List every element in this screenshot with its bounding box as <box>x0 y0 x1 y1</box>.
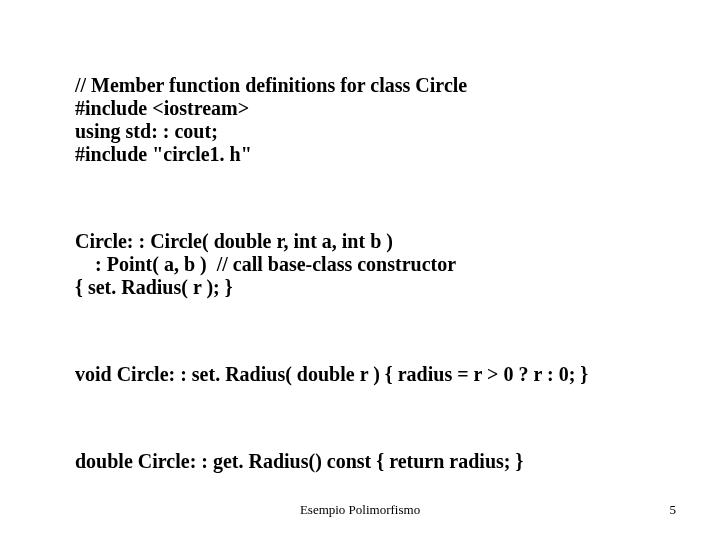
code-block-3: void Circle: : set. Radius( double r ) {… <box>75 363 685 386</box>
code-block-4: double Circle: : get. Radius() const { r… <box>75 450 685 473</box>
code-block-2: Circle: : Circle( double r, int a, int b… <box>75 230 685 299</box>
page-number: 5 <box>670 502 677 518</box>
footer-title: Esempio Polimorfismo <box>300 502 420 518</box>
code-block-1: // Member function definitions for class… <box>75 74 685 166</box>
code-content: // Member function definitions for class… <box>75 28 685 540</box>
slide: // Member function definitions for class… <box>0 0 720 540</box>
